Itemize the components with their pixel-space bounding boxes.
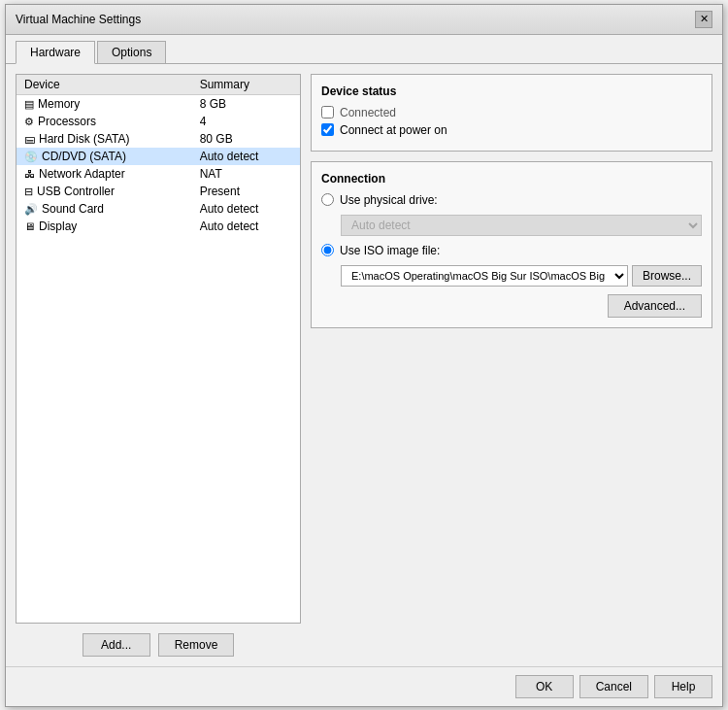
physical-drive-label: Use physical drive: (340, 193, 438, 207)
table-row[interactable]: ⚙Processors 4 (17, 113, 300, 130)
iso-row-radio: Use ISO image file: (321, 244, 702, 257)
tabs-bar: Hardware Options (6, 35, 722, 64)
connected-label: Connected (340, 106, 396, 119)
left-panel: Device Summary ▤Memory 8 GB ⚙Processors … (16, 74, 301, 657)
device-cell: ⊟USB Controller (17, 183, 192, 200)
physical-drive-radio[interactable] (321, 193, 334, 206)
connected-row: Connected (321, 106, 702, 119)
device-cell: 🔊Sound Card (17, 200, 192, 218)
advanced-row: Advanced... (321, 294, 702, 318)
device-list: Device Summary ▤Memory 8 GB ⚙Processors … (16, 74, 301, 624)
tab-options[interactable]: Options (97, 41, 166, 63)
iso-label: Use ISO image file: (340, 244, 440, 257)
ok-button[interactable]: OK (515, 675, 574, 698)
summary-cell: Auto detect (192, 218, 300, 235)
summary-cell: 80 GB (192, 130, 300, 148)
add-button[interactable]: Add... (83, 633, 150, 657)
close-button[interactable]: ✕ (695, 11, 712, 28)
main-content: Device Summary ▤Memory 8 GB ⚙Processors … (6, 64, 722, 666)
remove-button[interactable]: Remove (158, 633, 235, 657)
device-cell: 💿CD/DVD (SATA) (17, 148, 192, 165)
right-panel: Device status Connected Connect at power… (311, 74, 712, 657)
virtual-machine-settings-window: Virtual Machine Settings ✕ Hardware Opti… (5, 4, 723, 707)
summary-cell: NAT (192, 165, 300, 183)
cpu-icon: ⚙ (24, 116, 34, 127)
summary-cell: Auto detect (192, 148, 300, 165)
summary-cell: Auto detect (192, 200, 300, 218)
table-row[interactable]: 🖧Network Adapter NAT (17, 165, 300, 183)
table-row[interactable]: ⊟USB Controller Present (17, 183, 300, 200)
help-button[interactable]: Help (654, 675, 712, 698)
connection-title: Connection (321, 172, 702, 186)
summary-cell: 4 (192, 113, 300, 130)
table-row[interactable]: 🖥Display Auto detect (17, 218, 300, 235)
device-cell: 🖧Network Adapter (17, 165, 192, 183)
table-row[interactable]: 🖴Hard Disk (SATA) 80 GB (17, 130, 300, 148)
memory-icon: ▤ (24, 98, 34, 110)
network-icon: 🖧 (24, 168, 35, 180)
summary-cell: 8 GB (192, 94, 300, 113)
device-cell: ⚙Processors (17, 113, 192, 130)
connect-power-checkbox[interactable] (321, 123, 334, 136)
iso-path-dropdown[interactable]: E:\macOS Operating\macOS Big Sur ISO\mac… (341, 265, 628, 287)
advanced-button[interactable]: Advanced... (608, 294, 702, 318)
device-status-section: Device status Connected Connect at power… (311, 74, 712, 152)
tab-hardware[interactable]: Hardware (16, 41, 95, 64)
browse-button[interactable]: Browse... (632, 265, 702, 287)
bottom-bar: OK Cancel Help (6, 666, 722, 706)
sound-icon: 🔊 (24, 203, 38, 215)
table-row[interactable]: 🔊Sound Card Auto detect (17, 200, 300, 218)
iso-radio[interactable] (321, 244, 334, 256)
left-buttons: Add... Remove (16, 633, 301, 657)
device-cell: 🖴Hard Disk (SATA) (17, 130, 192, 148)
iso-path-row: E:\macOS Operating\macOS Big Sur ISO\mac… (341, 265, 702, 287)
physical-drive-row: Use physical drive: (321, 193, 702, 207)
device-status-title: Device status (321, 85, 702, 98)
table-row[interactable]: ▤Memory 8 GB (17, 94, 300, 113)
auto-detect-row: Auto detect (341, 215, 702, 236)
device-cell: ▤Memory (17, 94, 192, 113)
cancel-button[interactable]: Cancel (579, 675, 648, 698)
col-summary: Summary (192, 75, 300, 95)
window-title: Virtual Machine Settings (16, 13, 141, 26)
col-device: Device (17, 75, 192, 95)
display-icon: 🖥 (24, 220, 35, 232)
title-bar: Virtual Machine Settings ✕ (6, 5, 722, 35)
physical-drive-dropdown[interactable]: Auto detect (341, 215, 702, 236)
connect-power-row: Connect at power on (321, 123, 702, 137)
connected-checkbox[interactable] (321, 106, 334, 118)
table-row[interactable]: 💿CD/DVD (SATA) Auto detect (17, 148, 300, 165)
usb-icon: ⊟ (24, 186, 33, 197)
device-cell: 🖥Display (17, 218, 192, 235)
connection-section: Connection Use physical drive: Auto dete… (311, 161, 712, 328)
device-table: Device Summary ▤Memory 8 GB ⚙Processors … (17, 75, 300, 235)
hdd-icon: 🖴 (24, 133, 35, 145)
cdrom-icon: 💿 (24, 151, 38, 162)
connect-power-label: Connect at power on (340, 123, 447, 137)
summary-cell: Present (192, 183, 300, 200)
